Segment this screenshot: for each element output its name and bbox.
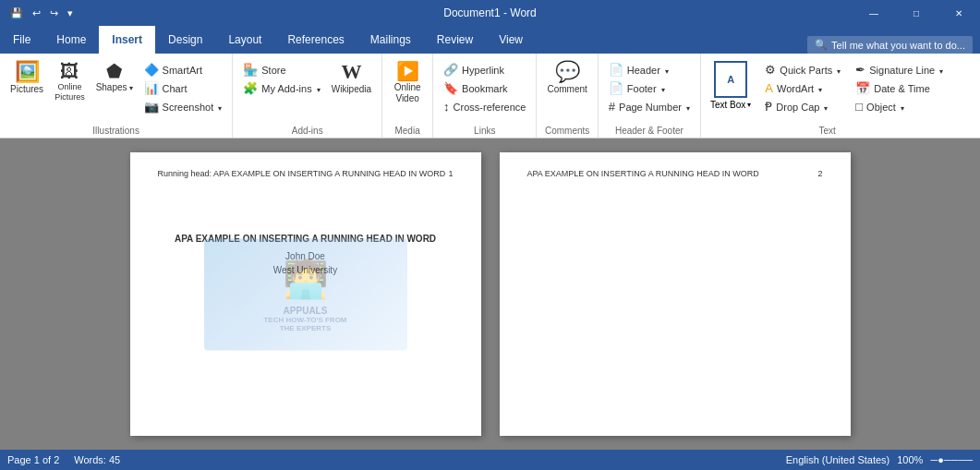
signature-line-button[interactable]: ✒ Signature Line ▾ [851,61,948,78]
links-col: 🔗 Hyperlink 🔖 Bookmark ↕ Cross-reference [439,59,530,115]
header-footer-content: 📄 Header ▾ 📄 Footer ▾ # Page Number ▾ [604,57,695,126]
hyperlink-button[interactable]: 🔗 Hyperlink [439,61,530,78]
my-addins-icon: 🧩 [243,81,258,95]
footer-icon: 📄 [609,81,623,95]
illustrations-label: Illustrations [6,126,226,138]
bookmark-icon: 🔖 [443,81,458,95]
drop-cap-button[interactable]: Ᵽ Drop Cap ▾ [760,98,845,115]
text-group: A Text Box ▾ ⚙ Quick Parts ▾ A WordArt ▾… [701,54,953,138]
screenshot-icon: 📷 [144,100,159,114]
page-2-number: 2 [817,169,822,178]
text-content: A Text Box ▾ ⚙ Quick Parts ▾ A WordArt ▾… [707,57,948,126]
header-footer-group: 📄 Header ▾ 📄 Footer ▾ # Page Number ▾ He… [599,54,701,138]
quick-parts-icon: ⚙ [765,63,776,77]
signature-line-icon: ✒ [855,63,865,77]
online-pictures-icon: 🖼 [60,62,79,80]
tab-home[interactable]: Home [43,26,99,54]
addins-group: 🏪 Store 🧩 My Add-ins ▾ W Wikipedia Add-i… [233,54,382,138]
comments-content: 💬 Comment [542,57,591,126]
status-zoom: 100% [897,454,923,465]
page-number-button[interactable]: # Page Number ▾ [604,98,695,115]
smartart-button[interactable]: 🔷 SmartArt [139,61,227,78]
qa-save[interactable]: 💾 [7,6,26,21]
hyperlink-icon: 🔗 [443,63,458,77]
qa-undo[interactable]: ↩ [30,6,43,21]
media-group: ▶️ OnlineVideo Media [382,54,433,138]
store-button[interactable]: 🏪 Store [238,61,324,78]
wordart-button[interactable]: A WordArt ▾ [760,79,845,97]
comments-label: Comments [542,126,591,138]
comment-icon: 💬 [555,62,580,82]
wikipedia-button[interactable]: W Wikipedia [327,59,376,98]
tab-file[interactable]: File [0,26,43,54]
date-time-icon: 📅 [855,81,870,95]
status-right: English (United States) 100% ─●──── [786,454,973,465]
pictures-button[interactable]: 🖼️ Pictures [6,59,48,98]
chart-icon: 📊 [144,81,159,95]
online-video-icon: ▶️ [396,62,419,80]
header-button[interactable]: 📄 Header ▾ [604,61,695,78]
cross-reference-button[interactable]: ↕ Cross-reference [439,98,530,115]
close-button[interactable]: ✕ [938,0,980,26]
my-addins-button[interactable]: 🧩 My Add-ins ▾ [238,79,324,97]
document-area: Running head: APA EXAMPLE ON INSERTING A… [0,139,980,450]
header-footer-label: Header & Footer [604,126,695,138]
page-1-title: APA EXAMPLE ON INSERTING A RUNNING HEAD … [175,234,436,244]
status-zoom-slider[interactable]: ─●──── [930,454,973,465]
maximize-button[interactable]: □ [895,0,938,26]
status-language: English (United States) [786,454,890,465]
qa-dropdown[interactable]: ▾ [65,6,76,21]
qa-redo[interactable]: ↪ [47,6,61,21]
search-icon: 🔍 [815,39,828,51]
status-page-info: Page 1 of 2 [7,454,59,465]
smartart-icon: 🔷 [144,63,159,77]
text-label: Text [707,126,948,138]
page-1-content: APA EXAMPLE ON INSERTING A RUNNING HEAD … [158,234,454,275]
illustrations-group: 🖼️ Pictures 🖼 OnlinePictures ⬟ Shapes▾ 🔷… [0,54,233,138]
tab-view[interactable]: View [486,26,536,54]
tell-me-bar[interactable]: 🔍 Tell me what you want to do... [807,36,973,54]
media-content: ▶️ OnlineVideo [388,57,427,126]
window-controls[interactable]: — □ ✕ [853,0,980,26]
ribbon-tabs: File Home Insert Design Layout Reference… [0,26,980,54]
footer-button[interactable]: 📄 Footer ▾ [604,79,695,97]
online-video-button[interactable]: ▶️ OnlineVideo [388,59,427,107]
page-2: APA EXAMPLE ON INSERTING A RUNNING HEAD … [500,152,851,436]
minimize-button[interactable]: — [853,0,895,26]
text-third-col: ✒ Signature Line ▾ 📅 Date & Time □ Objec… [851,59,948,115]
page-1-running-head: Running head: APA EXAMPLE ON INSERTING A… [158,169,446,178]
shapes-icon: ⬟ [106,62,122,80]
tab-layout[interactable]: Layout [215,26,274,54]
links-group: 🔗 Hyperlink 🔖 Bookmark ↕ Cross-reference… [433,54,537,138]
tab-design[interactable]: Design [155,26,215,54]
tab-mailings[interactable]: Mailings [357,26,424,54]
wikipedia-icon: W [341,62,361,82]
tab-references[interactable]: References [274,26,357,54]
shapes-button[interactable]: ⬟ Shapes▾ [91,59,138,96]
page-1-author: John Doe [285,251,325,261]
page-2-header: APA EXAMPLE ON INSERTING A RUNNING HEAD … [527,169,823,178]
quick-access-toolbar[interactable]: 💾 ↩ ↪ ▾ [7,6,76,21]
page-2-running-head: APA EXAMPLE ON INSERTING A RUNNING HEAD … [527,169,759,178]
text-box-icon: A [714,61,747,98]
tell-me-text: Tell me what you want to do... [831,40,965,51]
tab-insert[interactable]: Insert [99,26,155,54]
status-bar: Page 1 of 2 Words: 45 English (United St… [0,450,980,470]
online-pictures-button[interactable]: 🖼 OnlinePictures [50,59,90,105]
addins-content: 🏪 Store 🧩 My Add-ins ▾ W Wikipedia [238,57,376,126]
comment-button[interactable]: 💬 Comment [542,59,591,98]
tab-review[interactable]: Review [424,26,486,54]
media-label: Media [388,126,427,138]
screenshot-button[interactable]: 📷 Screenshot ▾ [139,98,227,115]
drop-cap-icon: Ᵽ [765,100,772,114]
object-button[interactable]: □ Object ▾ [851,98,948,115]
watermark-tagline2: THE EXPERTS [232,323,380,331]
date-time-button[interactable]: 📅 Date & Time [851,79,948,97]
title-bar: 💾 ↩ ↪ ▾ Document1 - Word — □ ✕ [0,0,980,26]
text-box-wrapper[interactable]: A Text Box ▾ [707,59,755,112]
wordart-icon: A [765,81,773,95]
chart-button[interactable]: 📊 Chart [139,79,227,97]
comments-group: 💬 Comment Comments [537,54,598,138]
bookmark-button[interactable]: 🔖 Bookmark [439,79,530,97]
quick-parts-button[interactable]: ⚙ Quick Parts ▾ [760,61,845,78]
